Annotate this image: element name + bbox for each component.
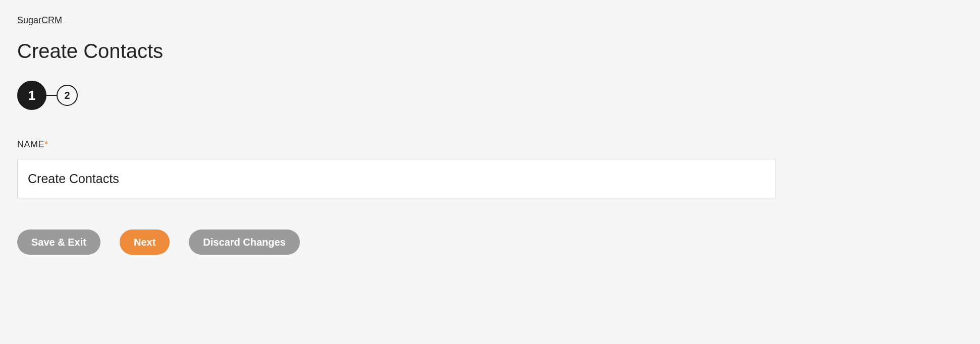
required-asterisk: * xyxy=(44,139,48,149)
name-field-label: NAME* xyxy=(17,139,963,150)
breadcrumb-link[interactable]: SugarCRM xyxy=(17,15,62,26)
name-input[interactable] xyxy=(17,159,776,198)
discard-changes-button[interactable]: Discard Changes xyxy=(189,230,299,255)
name-label-text: NAME xyxy=(17,139,44,149)
page-title: Create Contacts xyxy=(17,40,963,63)
step-1[interactable]: 1 xyxy=(17,81,46,110)
stepper: 1 2 xyxy=(17,81,963,110)
button-row: Save & Exit Next Discard Changes xyxy=(17,230,963,255)
step-connector xyxy=(46,95,57,96)
next-button[interactable]: Next xyxy=(120,230,170,255)
step-2[interactable]: 2 xyxy=(57,85,78,106)
save-exit-button[interactable]: Save & Exit xyxy=(17,230,100,255)
